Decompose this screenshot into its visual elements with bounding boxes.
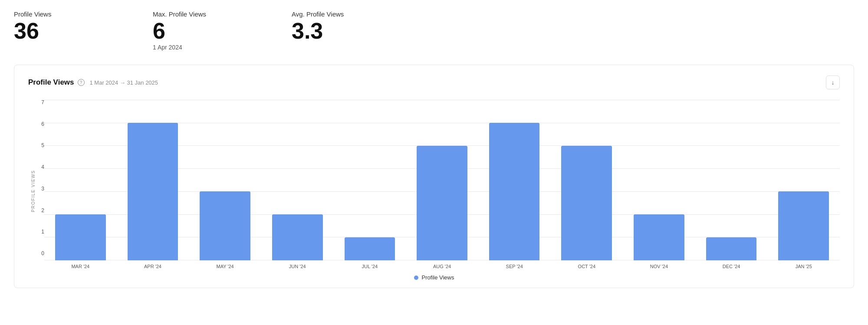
chart-legend: Profile Views	[28, 274, 840, 281]
info-icon[interactable]: ?	[78, 79, 85, 86]
bar[interactable]	[345, 237, 395, 260]
bar[interactable]	[634, 214, 684, 260]
stats-row: Profile Views 36 Max. Profile Views 6 1 …	[14, 10, 854, 51]
bar[interactable]	[706, 237, 757, 260]
y-tick: 1	[41, 229, 44, 234]
legend-dot	[414, 276, 418, 280]
max-views-stat: Max. Profile Views 6 1 Apr 2024	[153, 10, 257, 51]
y-tick: 3	[41, 186, 44, 191]
x-label: OCT '24	[550, 264, 623, 269]
bar[interactable]	[200, 191, 250, 260]
bar-group	[261, 100, 334, 260]
bar-group	[406, 100, 478, 260]
y-tick: 4	[41, 164, 44, 170]
max-views-label: Max. Profile Views	[153, 10, 257, 18]
x-label: MAY '24	[189, 264, 261, 269]
download-button[interactable]: ↓	[826, 76, 840, 89]
y-tick: 6	[41, 121, 44, 127]
chart-plot: MAR '24APR '24MAY '24JUN '24JUL '24AUG '…	[44, 100, 840, 269]
bars-row	[44, 100, 840, 260]
grid-and-bars	[44, 100, 840, 260]
profile-views-stat: Profile Views 36	[14, 10, 118, 42]
bar-group	[550, 100, 623, 260]
chart-date-range: 1 Mar 2024 → 31 Jan 2025	[90, 79, 158, 86]
bar-group	[623, 100, 695, 260]
x-label: NOV '24	[623, 264, 695, 269]
chart-header: Profile Views ? 1 Mar 2024 → 31 Jan 2025…	[28, 76, 840, 89]
chart-title: Profile Views	[28, 78, 74, 87]
y-tick: 0	[41, 251, 44, 256]
avg-views-label: Avg. Profile Views	[292, 10, 396, 18]
x-label: MAR '24	[44, 264, 117, 269]
bar[interactable]	[417, 146, 467, 260]
bar-group	[478, 100, 551, 260]
y-axis-rotated-label: PROFILE VIEWS	[28, 100, 36, 269]
bar[interactable]	[55, 214, 106, 260]
bar-group	[117, 100, 189, 260]
bar-group	[334, 100, 406, 260]
bar-group	[767, 100, 840, 260]
y-tick: 7	[41, 100, 44, 105]
x-label: JAN '25	[767, 264, 840, 269]
profile-views-label: Profile Views	[14, 10, 118, 18]
chart-title-group: Profile Views ? 1 Mar 2024 → 31 Jan 2025	[28, 78, 158, 87]
y-tick: 2	[41, 208, 44, 213]
x-label: JUL '24	[334, 264, 406, 269]
bar[interactable]	[561, 146, 612, 260]
bar[interactable]	[778, 191, 829, 260]
x-label: SEP '24	[478, 264, 551, 269]
bar[interactable]	[128, 123, 178, 260]
x-label: AUG '24	[406, 264, 478, 269]
avg-views-value: 3.3	[292, 20, 396, 42]
y-axis-values: 76543210	[36, 100, 44, 269]
x-label: DEC '24	[695, 264, 768, 269]
chart-section: Profile Views ? 1 Mar 2024 → 31 Jan 2025…	[14, 65, 854, 288]
avg-views-stat: Avg. Profile Views 3.3	[292, 10, 396, 42]
bar-group	[44, 100, 117, 260]
y-tick: 5	[41, 143, 44, 148]
bar[interactable]	[272, 214, 323, 260]
max-views-date: 1 Apr 2024	[153, 44, 257, 51]
profile-views-value: 36	[14, 20, 118, 42]
x-labels: MAR '24APR '24MAY '24JUN '24JUL '24AUG '…	[44, 264, 840, 269]
bar[interactable]	[489, 123, 540, 260]
legend-label: Profile Views	[422, 274, 454, 281]
max-views-value: 6	[153, 20, 257, 42]
x-label: APR '24	[117, 264, 189, 269]
x-label: JUN '24	[261, 264, 334, 269]
bar-group	[695, 100, 768, 260]
bar-group	[189, 100, 261, 260]
